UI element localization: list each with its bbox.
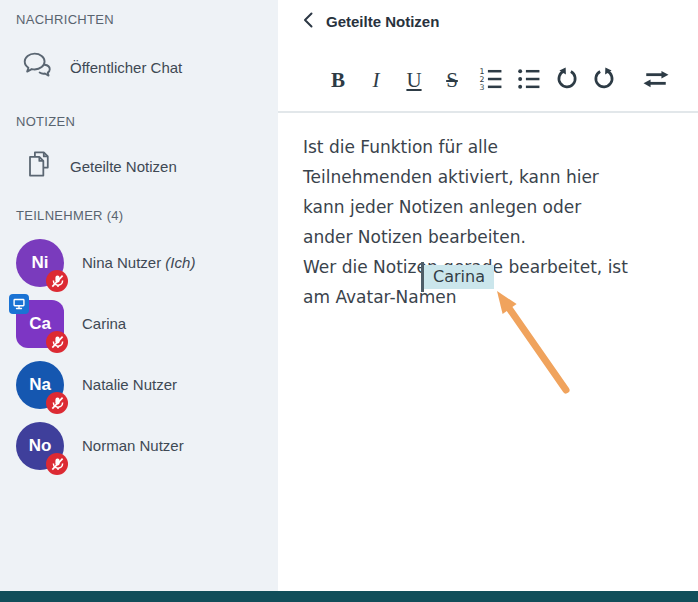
meeting-app: NACHRICHTEN Öffentlicher Chat NOTIZEN — [0, 0, 698, 602]
public-chat-label: Öffentlicher Chat — [70, 59, 182, 76]
notes-editor[interactable]: Ist die Funktion für alle Teilnehmenden … — [278, 113, 698, 591]
participant-name: Natalie Nutzer — [82, 376, 177, 393]
sidebar: NACHRICHTEN Öffentlicher Chat NOTIZEN — [0, 0, 278, 602]
strikethrough-button[interactable]: S — [440, 65, 464, 95]
ordered-list-button[interactable]: 1 2 3 — [478, 65, 502, 95]
undo-button[interactable] — [554, 65, 578, 95]
avatar-initials: No — [29, 436, 52, 456]
undo-icon — [554, 66, 579, 94]
avatar-initials: Ca — [29, 314, 51, 334]
avatar-initials: Ni — [32, 253, 49, 273]
author-caret — [421, 262, 424, 292]
bold-button[interactable]: B — [326, 65, 350, 95]
unordered-list-icon — [516, 66, 541, 94]
participant-me-suffix: (Ich) — [161, 254, 195, 271]
muted-mic-badge — [46, 453, 68, 475]
presenter-badge — [9, 294, 29, 314]
svg-text:3: 3 — [479, 83, 484, 91]
unordered-list-button[interactable] — [516, 65, 540, 95]
ordered-list-icon: 1 2 3 — [478, 66, 503, 94]
note-line: Ist die Funktion für alle — [303, 132, 673, 162]
avatar-norman: No — [16, 422, 64, 470]
redo-button[interactable] — [592, 65, 616, 95]
swap-arrows-icon — [643, 66, 669, 95]
shared-notes-label: Geteilte Notizen — [70, 158, 177, 175]
messages-section-title: NACHRICHTEN — [16, 12, 278, 28]
swap-panels-button[interactable] — [644, 65, 668, 95]
avatar-initials: Na — [29, 375, 51, 395]
shared-notes-panel: Geteilte Notizen B I U S 1 2 3 — [278, 0, 698, 602]
note-line: kann jeder Notizen anlegen oder — [303, 192, 673, 222]
shared-notes-icon — [22, 147, 54, 185]
participant-row-natalie[interactable]: Na Natalie Nutzer — [0, 354, 278, 415]
avatar-natalie: Na — [16, 361, 64, 409]
muted-mic-badge — [46, 270, 68, 292]
panel-title: Geteilte Notizen — [326, 13, 439, 30]
participants-list: Ni Nina Nutzer (Ich) Ca — [0, 232, 278, 476]
participant-name: Nina Nutzer (Ich) — [82, 254, 195, 271]
underline-button[interactable]: U — [402, 65, 426, 95]
notes-section-title: NOTIZEN — [16, 114, 278, 130]
chat-bubbles-icon — [20, 48, 54, 86]
italic-button[interactable]: I — [364, 65, 388, 95]
sidebar-item-public-chat[interactable]: Öffentlicher Chat — [20, 48, 278, 86]
muted-mic-badge — [46, 331, 68, 353]
note-line: ander Notizen bearbeiten. — [303, 222, 673, 252]
muted-mic-badge — [46, 392, 68, 414]
bottom-bar — [0, 591, 698, 602]
participant-row-norman[interactable]: No Norman Nutzer — [0, 415, 278, 476]
participants-section-title: TEILNEHMER (4) — [16, 208, 278, 224]
chevron-left-icon — [303, 12, 314, 31]
panel-header: Geteilte Notizen — [303, 12, 439, 31]
author-caret-label: Carina — [424, 265, 494, 289]
sidebar-item-shared-notes[interactable]: Geteilte Notizen — [22, 146, 278, 186]
participant-row-carina[interactable]: Ca — [0, 293, 278, 354]
notes-toolbar: B I U S 1 2 3 — [326, 60, 668, 100]
participant-name: Norman Nutzer — [82, 437, 184, 454]
redo-icon — [592, 66, 617, 94]
participant-name: Carina — [82, 315, 126, 332]
back-button[interactable] — [303, 12, 314, 31]
participant-row-nina[interactable]: Ni Nina Nutzer (Ich) — [0, 232, 278, 293]
avatar-carina: Ca — [16, 300, 64, 348]
avatar-nina: Ni — [16, 239, 64, 287]
note-line: Teilnehmenden aktiviert, kann hier — [303, 162, 673, 192]
